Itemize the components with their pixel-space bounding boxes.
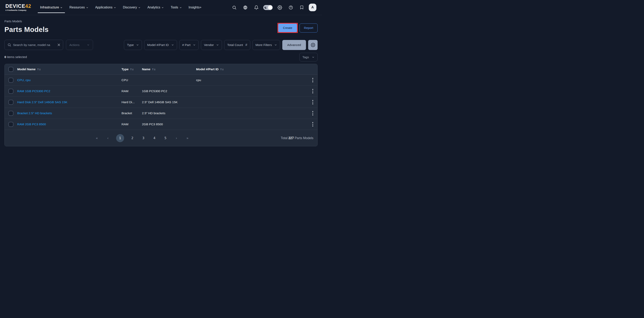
page-button-1[interactable]: 1: [116, 134, 124, 142]
chevron-down-icon: [274, 44, 277, 46]
model-name-link[interactable]: CPU, cpu: [14, 78, 118, 82]
logo-tagline: A Freshworks Company: [6, 10, 31, 11]
page-title: Parts Models: [4, 26, 48, 34]
clear-search-icon[interactable]: [57, 43, 60, 47]
search-icon: [8, 43, 11, 47]
notifications-button[interactable]: [252, 4, 260, 12]
sort-icon[interactable]: ↑↓: [130, 68, 134, 71]
model-name-link[interactable]: Bracket 2.5" HD brackets: [14, 111, 118, 115]
help-button[interactable]: [287, 4, 295, 12]
row-actions-kebab[interactable]: [310, 76, 316, 84]
search-button[interactable]: [230, 4, 238, 12]
gear-icon: [311, 43, 315, 47]
row-checkbox[interactable]: [8, 100, 14, 105]
page-button-4[interactable]: 4: [152, 134, 157, 142]
moon-icon: [264, 6, 268, 9]
filter-type-dropdown[interactable]: Type: [124, 40, 142, 50]
device42-logo[interactable]: DEVICE42 A Freshworks Company: [6, 4, 31, 11]
page-button-2[interactable]: 2: [130, 134, 135, 142]
advanced-button[interactable]: Advanced: [282, 40, 306, 50]
user-avatar[interactable]: A: [309, 4, 316, 11]
sort-icon[interactable]: ↑↓: [37, 68, 41, 71]
nav-item-applications[interactable]: Applications: [92, 0, 119, 15]
type-cell: Bracket: [118, 111, 138, 115]
part-id-cell: cpu: [193, 78, 308, 82]
toggle-knob: [268, 6, 272, 10]
create-button-highlight: Create: [278, 23, 298, 33]
report-button[interactable]: Report: [300, 24, 318, 33]
page-button-5[interactable]: 5: [162, 134, 168, 142]
name-cell: 2.5" HD brackets: [138, 111, 193, 115]
filter-model-part-id-dropdown[interactable]: Model #/Part ID: [144, 40, 177, 50]
row-actions-kebab[interactable]: [310, 99, 316, 106]
language-button[interactable]: [241, 4, 249, 12]
model-name-link[interactable]: RAM 2GB PC3 8500: [14, 122, 118, 126]
tags-dropdown[interactable]: Tags: [299, 53, 318, 61]
top-nav: DEVICE42 A Freshworks Company Infrastruc…: [0, 0, 322, 15]
nav-item-infrastructure[interactable]: Infrastructure: [37, 0, 65, 15]
first-page-button[interactable]: «: [94, 134, 100, 142]
row-checkbox[interactable]: [8, 89, 14, 94]
column-header-name[interactable]: Name ↑↓: [138, 67, 193, 71]
settings-button[interactable]: [276, 4, 284, 12]
row-actions-kebab[interactable]: [310, 88, 316, 95]
row-actions-kebab[interactable]: [310, 110, 316, 117]
row-checkbox[interactable]: [8, 122, 14, 127]
chevron-down-icon: [114, 7, 116, 9]
dark-mode-toggle[interactable]: [263, 5, 273, 10]
hash-icon: #: [246, 43, 247, 47]
nav-item-tools[interactable]: Tools: [168, 0, 184, 15]
main-nav: Infrastructure Resources Applications Di…: [37, 0, 204, 15]
search-box[interactable]: [4, 40, 63, 50]
items-selected-status: 0 items selected: [4, 55, 27, 59]
table-settings-button[interactable]: [308, 40, 318, 50]
chevron-down-icon: [193, 44, 196, 46]
breadcrumb[interactable]: Parts Models: [4, 20, 48, 23]
filter-total-count[interactable]: Total Count #: [224, 40, 250, 50]
type-cell: CPU: [118, 78, 138, 82]
chevron-down-icon: [180, 7, 182, 9]
chevron-down-icon: [86, 7, 88, 9]
nav-item-discovery[interactable]: Discovery: [120, 0, 143, 15]
search-icon: [232, 5, 236, 10]
filter-bar: Actions Type Model #/Part ID # Part Vend…: [4, 40, 318, 50]
next-page-button[interactable]: ›: [174, 134, 179, 142]
chevron-down-icon: [312, 56, 314, 59]
table-row: Bracket 2.5" HD brackets Bracket 2.5" HD…: [4, 108, 318, 119]
table-row: RAM 1GB PC5300 PC2 RAM 1GB PC5300 PC2: [4, 86, 318, 97]
table-row: CPU, cpu CPU cpu: [4, 75, 318, 86]
row-checkbox[interactable]: [8, 78, 14, 83]
bookmark-icon: [300, 5, 304, 10]
parts-models-table: Model Name ↑↓ Type ↑↓ Name ↑↓ Model #/Pa…: [4, 64, 318, 146]
nav-item-analytics[interactable]: Analytics: [144, 0, 166, 15]
last-page-button[interactable]: »: [185, 134, 190, 142]
sort-icon[interactable]: ↑↓: [152, 68, 156, 71]
chevron-down-icon: [87, 44, 90, 46]
model-name-link[interactable]: RAM 1GB PC5300 PC2: [14, 89, 118, 93]
column-header-model-name[interactable]: Model Name ↑↓: [14, 67, 118, 71]
help-icon: [288, 5, 293, 10]
column-header-model-part-id[interactable]: Model #/Part ID ↑↓: [193, 67, 308, 71]
table-header-row: Model Name ↑↓ Type ↑↓ Name ↑↓ Model #/Pa…: [4, 64, 318, 75]
chevron-down-icon: [171, 44, 174, 46]
row-checkbox[interactable]: [8, 111, 14, 116]
model-name-link[interactable]: Hard Disk 2.5" Dell 146GB SAS 15K: [14, 100, 118, 104]
actions-dropdown[interactable]: Actions: [66, 40, 93, 50]
nav-item-insights[interactable]: Insights+: [186, 0, 204, 15]
page-button-3[interactable]: 3: [140, 134, 146, 142]
select-all-checkbox[interactable]: [8, 67, 14, 72]
column-header-type[interactable]: Type ↑↓: [118, 67, 138, 71]
type-cell: Hard Di...: [118, 100, 138, 104]
logo-42: 42: [25, 3, 31, 9]
sort-icon[interactable]: ↑↓: [220, 68, 224, 71]
create-button[interactable]: Create: [278, 24, 297, 32]
prev-page-button[interactable]: ‹: [105, 134, 111, 142]
more-filters-dropdown[interactable]: More Filters: [252, 40, 280, 50]
nav-utilities: A: [230, 4, 316, 12]
filter-vendor-dropdown[interactable]: Vendor: [201, 40, 222, 50]
nav-item-resources[interactable]: Resources: [66, 0, 91, 15]
row-actions-kebab[interactable]: [310, 121, 316, 128]
filter-num-part-dropdown[interactable]: # Part: [179, 40, 199, 50]
search-input[interactable]: [13, 43, 55, 47]
bookmarks-button[interactable]: [298, 4, 306, 12]
